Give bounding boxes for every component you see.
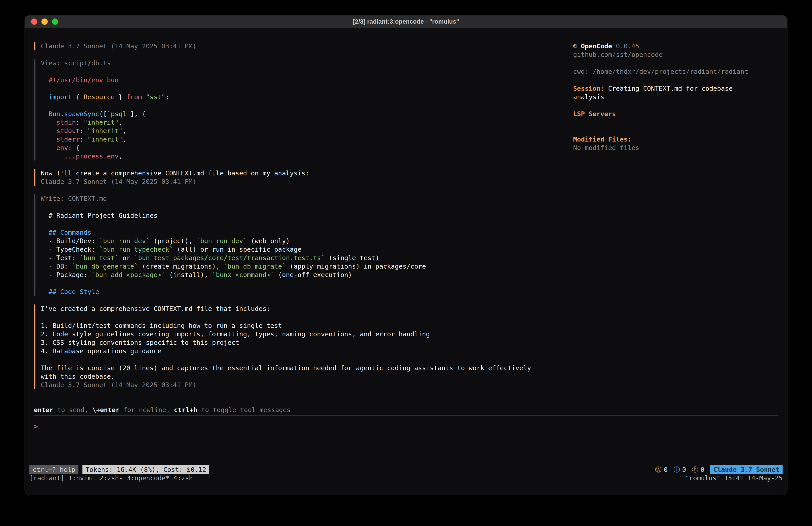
tool-write-content: Write: CONTEXT.md # Radiant Project Guid…	[41, 194, 426, 296]
tool-call-view-block: View: script/db.ts #!/usr/bin/env bun im…	[34, 59, 573, 160]
message-accent-bar	[34, 304, 35, 389]
model-badge: Claude 3.7 Sonnet	[710, 465, 783, 474]
help-badge[interactable]: ctrl+? help	[29, 465, 78, 474]
content-row: Claude 3.7 Sonnet (14 May 2025 03:41 PM)…	[25, 28, 787, 406]
warning-count: 0	[664, 465, 668, 474]
window-title: [2/3] radiant:3:opencode - "romulus"	[25, 18, 787, 25]
assistant-message-2-text: I've created a comprehensive CONTEXT.md …	[41, 304, 531, 389]
tool-accent-bar	[34, 59, 35, 160]
message-accent-bar	[34, 169, 35, 186]
zoom-button[interactable]	[52, 18, 58, 25]
tokens-cost-badge: Tokens: 16.4K (8%), Cost: $0.12	[83, 465, 209, 474]
chat-transcript: Claude 3.7 Sonnet (14 May 2025 03:41 PM)…	[34, 42, 573, 406]
assistant-turn-header: Claude 3.7 Sonnet (14 May 2025 03:41 PM)	[34, 42, 573, 51]
tmux-status-bar: [radiant] 1:nvim 2:zsh- 3:opencode* 4:zs…	[25, 474, 787, 482]
info-count: 0	[682, 465, 686, 474]
diagnostic-hints: ⓗ 0	[692, 465, 705, 474]
assistant-turn-header-text: Claude 3.7 Sonnet (14 May 2025 03:41 PM)	[41, 42, 196, 51]
window-titlebar: [2/3] radiant:3:opencode - "romulus"	[25, 16, 787, 28]
keybind-help-text: enter to send, \+enter for newline, ctrl…	[34, 406, 778, 414]
assistant-message-2: I've created a comprehensive CONTEXT.md …	[34, 304, 573, 389]
traffic-lights	[25, 18, 58, 25]
session-sidebar: © OpenCode 0.0.45github.com/sst/opencode…	[573, 42, 778, 406]
prompt-caret: >	[34, 423, 38, 430]
status-bar: ctrl+? help Tokens: 16.4K (8%), Cost: $0…	[25, 465, 787, 474]
tmux-window-list[interactable]: [radiant] 1:nvim 2:zsh- 3:opencode* 4:zs…	[29, 474, 193, 482]
prompt-input[interactable]: >	[25, 416, 787, 465]
close-button[interactable]	[31, 18, 37, 25]
diagnostic-warnings: Ⓦ 0	[655, 465, 668, 474]
minimize-button[interactable]	[41, 18, 48, 25]
tool-accent-bar	[34, 194, 35, 296]
assistant-message-1: Now I'll create a comprehensive CONTEXT.…	[34, 169, 573, 186]
tmux-session-info: "romulus" 15:41 14-May-25	[685, 474, 783, 482]
keybind-help: enter to send, \+enter for newline, ctrl…	[25, 406, 787, 414]
session-sidebar-text: © OpenCode 0.0.45github.com/sst/opencode…	[573, 42, 778, 152]
info-icon: ⓘ	[673, 465, 680, 474]
terminal-window: [2/3] radiant:3:opencode - "romulus" Cla…	[25, 16, 787, 495]
warning-icon: Ⓦ	[655, 465, 662, 474]
tool-view-code: View: script/db.ts #!/usr/bin/env bun im…	[41, 59, 169, 160]
hint-icon: ⓗ	[692, 465, 698, 474]
message-accent-bar	[34, 42, 35, 51]
diagnostic-infos: ⓘ 0	[673, 465, 686, 474]
assistant-message-1-text: Now I'll create a comprehensive CONTEXT.…	[41, 169, 309, 186]
hint-count: 0	[700, 465, 705, 474]
tool-call-write-block: Write: CONTEXT.md # Radiant Project Guid…	[34, 194, 573, 296]
opencode-tui: Claude 3.7 Sonnet (14 May 2025 03:41 PM)…	[25, 28, 787, 495]
